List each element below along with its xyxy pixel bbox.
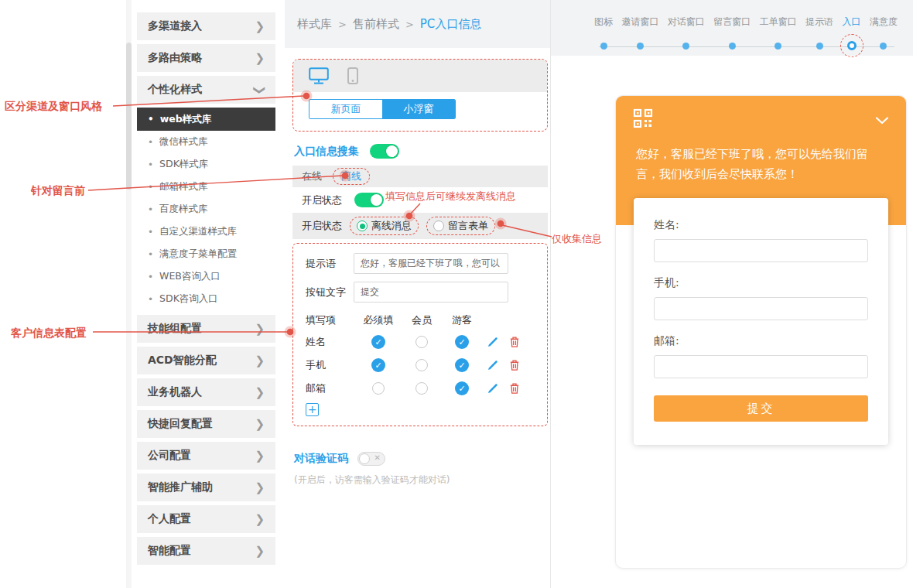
step-dot	[775, 38, 781, 53]
sidebar-scrollbar-thumb[interactable]	[126, 43, 132, 190]
collapse-chevron-icon[interactable]	[875, 113, 889, 128]
radio-icon[interactable]	[433, 220, 444, 231]
field-name: 邮箱	[306, 381, 355, 395]
app-root: 区分渠道及窗口风格 针对留言前 客户信息表配置 填写信息后可继续发离线消息 仅收…	[0, 0, 913, 588]
leave-message-form: 姓名: 手机: 邮箱: 提交	[634, 198, 888, 445]
tab-new-page[interactable]: 新页面	[309, 100, 382, 118]
chevron-right-icon: ❯	[255, 387, 265, 398]
stepper-step-prompt[interactable]: 提示语	[805, 15, 833, 56]
offline-greeting-message: 您好，客服已经下班了哦，您可以先给我们留言，我们收到后会尽快联系您！	[636, 144, 887, 185]
radio-offline-message[interactable]: 离线消息	[350, 217, 419, 235]
chevron-right-icon: ❯	[255, 419, 265, 430]
stepper-step-invite[interactable]: 邀请窗口	[621, 15, 658, 56]
breadcrumb-presale-style[interactable]: 售前样式	[353, 17, 399, 32]
bullet-icon: •	[148, 272, 153, 282]
delete-icon[interactable]	[504, 337, 525, 347]
tab-float-window[interactable]: 小浮窗	[382, 100, 455, 118]
required-checkbox[interactable]	[371, 335, 385, 349]
email-input[interactable]	[654, 355, 868, 378]
field-label-name: 姓名:	[654, 218, 868, 232]
sidebar-item-quick-reply[interactable]: 快捷回复配置 ❯	[137, 410, 275, 438]
bullet-icon: •	[148, 114, 154, 125]
sidebar-item-promotion[interactable]: 智能推广辅助 ❯	[137, 473, 275, 501]
sidebar-item-label: 个性化样式	[148, 83, 202, 97]
submenu-item-web-entry[interactable]: • WEB咨询入口	[137, 265, 275, 288]
submenu-item-sdk-style[interactable]: • SDK样式库	[137, 153, 275, 176]
status-toggle[interactable]	[354, 193, 384, 207]
mobile-icon[interactable]	[347, 67, 358, 84]
chevron-right-icon: ❯	[255, 323, 265, 335]
stepper-step-message[interactable]: 留言窗口	[713, 15, 751, 56]
submenu-item-email-style[interactable]: • 邮箱样式库	[137, 176, 275, 198]
name-input[interactable]	[654, 239, 868, 262]
toggle-knob	[386, 145, 398, 157]
sidebar-item-smart-config[interactable]: 智能配置 ❯	[137, 537, 275, 565]
submenu-item-wechat-style[interactable]: • 微信样式库	[137, 131, 275, 153]
customer-form-config: 提示语 按钮文字 填写项 必须填 会员 游客 姓名	[292, 243, 548, 426]
guest-checkbox[interactable]	[455, 335, 469, 349]
radio-form-label: 留言表单	[448, 219, 488, 233]
chat-widget-preview: 您好，客服已经下班了哦，您可以先给我们留言，我们收到后会尽快联系您！ 姓名: 手…	[615, 95, 907, 569]
submenu-item-custom-channel-style[interactable]: • 自定义渠道样式库	[137, 220, 275, 243]
edit-icon[interactable]	[482, 383, 504, 394]
guest-checkbox[interactable]	[455, 358, 469, 372]
chevron-down-icon: ❯	[254, 85, 265, 95]
edit-icon[interactable]	[482, 337, 504, 347]
submenu-item-sdk-entry[interactable]: • SDK咨询入口	[137, 288, 275, 310]
status-label: 开启状态	[302, 193, 342, 207]
chevron-right-icon: ❯	[255, 514, 265, 525]
stepper-step-entry[interactable]: 入口	[843, 15, 861, 56]
step-dot	[682, 38, 689, 53]
delete-icon[interactable]	[504, 383, 525, 394]
entry-info-toggle[interactable]	[370, 144, 399, 159]
form-table-row-email: 邮箱	[293, 377, 547, 400]
stepper-step-chat[interactable]: 对话窗口	[668, 15, 705, 56]
submenu-item-baidu-style[interactable]: • 百度样式库	[137, 198, 275, 220]
required-checkbox[interactable]	[372, 382, 385, 395]
toggle-knob	[359, 453, 370, 464]
sidebar-item-acd[interactable]: ACD智能分配 ❯	[137, 347, 275, 374]
chevron-right-icon: ❯	[255, 450, 265, 462]
breadcrumb-style-lib[interactable]: 样式库	[297, 17, 332, 32]
stepper-step-satisfaction[interactable]: 满意度	[870, 15, 898, 56]
preview-panel: 图标 邀请窗口 对话窗口 留言窗口 工单窗口 提示语	[551, 0, 913, 588]
tab-online[interactable]: 在线	[302, 169, 322, 183]
config-panel: 样式库 > 售前样式 > PC入口信息 新页面 小浮窗 入口信息搜集	[285, 0, 551, 588]
member-checkbox[interactable]	[415, 359, 428, 371]
add-field-button[interactable]: +	[306, 403, 319, 416]
delete-icon[interactable]	[504, 360, 525, 371]
radio-icon[interactable]	[357, 220, 368, 231]
stepper-step-icon[interactable]: 图标	[594, 15, 613, 56]
submenu-item-web-style[interactable]: • web样式库	[137, 108, 275, 131]
member-checkbox[interactable]	[415, 382, 428, 395]
member-checkbox[interactable]	[415, 336, 428, 348]
edit-icon[interactable]	[482, 360, 504, 371]
sidebar-item-multichannel[interactable]: 多渠道接入 ❯	[137, 12, 275, 40]
prompt-input[interactable]	[354, 253, 508, 274]
bullet-icon: •	[148, 159, 153, 170]
guest-checkbox[interactable]	[455, 381, 469, 395]
desktop-icon[interactable]	[309, 67, 329, 84]
button-text-input[interactable]	[354, 282, 508, 303]
required-checkbox[interactable]	[371, 358, 385, 372]
radio-message-form[interactable]: 留言表单	[426, 217, 495, 235]
sidebar-item-routing[interactable]: 多路由策略 ❯	[137, 44, 275, 72]
sidebar-item-personal-config[interactable]: 个人配置 ❯	[137, 505, 275, 533]
breadcrumb-pc-entry: PC入口信息	[420, 17, 482, 32]
sidebar: 多渠道接入 ❯ 多路由策略 ❯ 个性化样式 ❯ • web样式库 • 微信样式库…	[132, 0, 285, 588]
step-dot	[637, 38, 644, 53]
breadcrumb: 样式库 > 售前样式 > PC入口信息	[285, 0, 550, 48]
tab-offline[interactable]: 离线	[333, 168, 370, 185]
step-dot-active	[847, 38, 857, 53]
sidebar-item-robot[interactable]: 业务机器人 ❯	[137, 378, 275, 406]
stepper-step-ticket[interactable]: 工单窗口	[760, 15, 797, 56]
captcha-toggle[interactable]: ✕	[357, 452, 385, 466]
sidebar-item-company-config[interactable]: 公司配置 ❯	[137, 442, 275, 470]
sidebar-item-personalized-style[interactable]: 个性化样式 ❯	[137, 76, 275, 104]
sidebar-item-skill-group[interactable]: 技能组配置 ❯	[137, 315, 275, 343]
step-dot	[729, 38, 736, 53]
submenu-item-satisfaction-menu[interactable]: • 满意度子菜单配置	[137, 243, 275, 265]
phone-input[interactable]	[654, 297, 868, 320]
annotation-channel-style: 区分渠道及窗口风格	[5, 100, 102, 114]
submit-button[interactable]: 提交	[654, 395, 868, 422]
